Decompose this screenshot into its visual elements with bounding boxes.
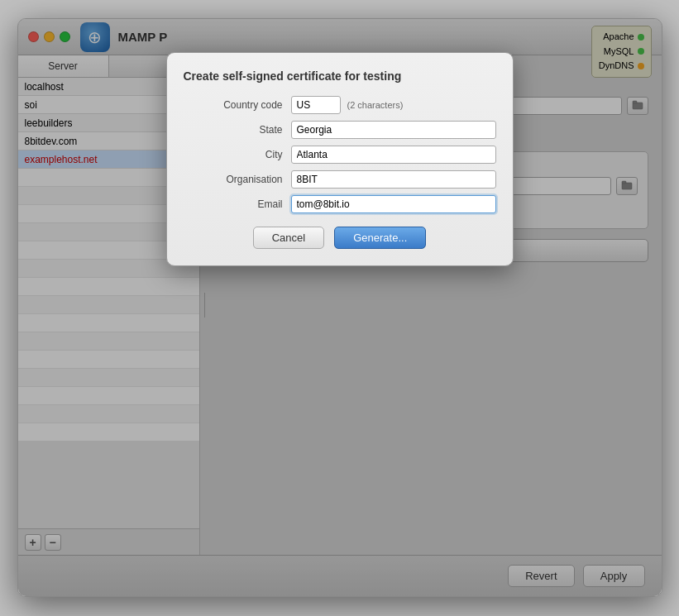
country-label: Country code: [184, 99, 283, 111]
city-label: City: [184, 149, 283, 160]
state-input[interactable]: [291, 121, 496, 139]
org-label: Organisation: [184, 174, 283, 185]
email-input[interactable]: [291, 195, 496, 213]
modal-dialog: Create self-signed certificate for testi…: [166, 52, 514, 266]
country-input[interactable]: [291, 96, 341, 114]
modal-overlay: Create self-signed certificate for testi…: [18, 19, 662, 596]
country-row: (2 characters): [291, 96, 496, 114]
org-input[interactable]: [291, 170, 496, 189]
modal-title: Create self-signed certificate for testi…: [184, 69, 496, 83]
main-window: ⊕ MAMP P Apache MySQL DynDNS Server: [17, 18, 662, 597]
country-hint: (2 characters): [347, 100, 404, 110]
email-label: Email: [184, 198, 283, 210]
city-input[interactable]: [291, 146, 496, 164]
form-grid: Country code (2 characters) State City O…: [184, 96, 496, 213]
generate-button[interactable]: Generate...: [334, 227, 426, 249]
modal-buttons: Cancel Generate...: [184, 227, 496, 249]
cancel-button[interactable]: Cancel: [253, 227, 324, 249]
state-label: State: [184, 124, 283, 136]
